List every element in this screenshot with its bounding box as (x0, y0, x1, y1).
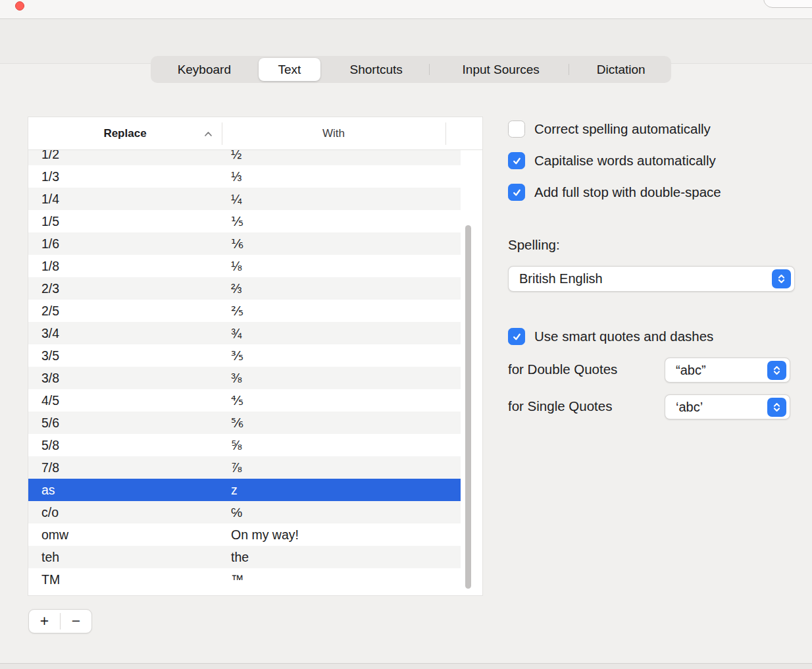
checkbox-full-stop-double-space[interactable]: Add full stop with double-space (508, 184, 721, 201)
replace-cell: teh (41, 546, 59, 568)
replace-cell: 1/6 (41, 232, 59, 255)
replace-cell: TM (41, 568, 60, 591)
replace-cell: 3/8 (41, 367, 59, 389)
window-bottom-edge (0, 663, 812, 669)
replace-cell: omw (41, 523, 68, 546)
with-cell: On my way! (231, 523, 299, 546)
remove-replacement-button[interactable]: − (61, 610, 91, 633)
with-cell: ⅙ (231, 232, 243, 255)
table-row[interactable]: 3/5⅗ (28, 344, 461, 367)
tab-input-sources[interactable]: Input Sources (431, 56, 571, 83)
replace-cell: 3/4 (41, 322, 59, 344)
tab-shortcuts[interactable]: Shortcuts (321, 56, 431, 83)
tab-keyboard[interactable]: Keyboard (151, 56, 258, 83)
checkmark-icon (512, 156, 522, 166)
table-row[interactable]: 5/6⅚ (28, 412, 461, 434)
with-cell: ⅗ (231, 344, 243, 367)
checkbox-smart-quotes[interactable]: Use smart quotes and dashes (508, 328, 713, 345)
table-row[interactable]: 2/3⅔ (28, 277, 461, 300)
table-row[interactable]: 3/8⅜ (28, 367, 461, 389)
table-row[interactable]: 7/8⅞ (28, 456, 461, 479)
checkmark-icon (512, 332, 522, 342)
add-remove-button-group: + − (28, 609, 92, 633)
checkbox-label: Use smart quotes and dashes (534, 329, 713, 344)
with-cell: ℅ (231, 501, 242, 523)
table-header: Replace With (28, 117, 482, 150)
double-quotes-select[interactable]: “abc” (665, 358, 790, 383)
column-header-with[interactable]: With (222, 117, 445, 150)
with-cell: ½ (231, 150, 241, 165)
double-quotes-select-value: “abc” (676, 358, 706, 382)
replace-cell: 7/8 (41, 456, 59, 479)
table-row[interactable]: 1/6⅙ (28, 232, 461, 255)
with-cell: ⅝ (231, 434, 241, 456)
table-row[interactable]: 2/5⅖ (28, 300, 461, 322)
replace-cell: 5/6 (41, 412, 59, 434)
with-cell: ™ (231, 568, 244, 591)
replace-cell: as (41, 479, 55, 501)
checkbox-box (508, 184, 525, 201)
table-row[interactable]: TM™ (28, 568, 461, 591)
single-quotes-label: for Single Quotes (508, 398, 612, 414)
tab-dictation[interactable]: Dictation (571, 56, 671, 83)
checkbox-capitalise-words[interactable]: Capitalise words automatically (508, 152, 716, 169)
column-divider (445, 122, 446, 145)
tab-text[interactable]: Text (259, 58, 321, 81)
keyboard-preferences-window: KeyboardTextShortcutsInput SourcesDictat… (0, 0, 812, 669)
updown-chevron-icon (767, 361, 786, 380)
single-quotes-select-value: ‘abc’ (676, 395, 703, 419)
table-row[interactable]: 1/8⅛ (28, 255, 461, 277)
with-cell: ⅛ (231, 255, 241, 277)
with-cell: ⅚ (231, 412, 243, 434)
text-replacements-table: Replace With 1/2½1/3⅓1/4¼1/5⅕1/6⅙1/8⅛2/3… (28, 117, 482, 595)
spelling-label: Spelling: (508, 237, 560, 253)
column-divider (222, 122, 222, 145)
table-row[interactable]: c/o℅ (28, 501, 461, 523)
table-row[interactable]: asz (28, 479, 461, 501)
replace-cell: 2/5 (41, 300, 59, 322)
tab-bar: KeyboardTextShortcutsInput SourcesDictat… (151, 56, 671, 83)
with-cell: ⅖ (231, 300, 243, 322)
checkbox-label: Correct spelling automatically (534, 121, 711, 137)
table-row[interactable]: 1/4¼ (28, 188, 461, 210)
spelling-select-value: British English (519, 267, 603, 291)
sort-ascending-icon (204, 131, 213, 137)
column-header-with-label: With (322, 127, 345, 140)
table-row[interactable]: omwOn my way! (28, 523, 461, 546)
table-row[interactable]: 3/4¾ (28, 322, 461, 344)
vertical-scrollbar[interactable] (465, 225, 471, 589)
checkbox-box (508, 328, 525, 345)
with-cell: ⅜ (231, 367, 241, 389)
with-cell: ⅕ (231, 210, 243, 232)
replace-cell: 5/8 (41, 434, 59, 456)
with-cell: ⅞ (231, 456, 241, 479)
table-row[interactable]: 1/2½ (28, 150, 461, 165)
close-button[interactable] (15, 1, 24, 11)
spelling-select[interactable]: British English (508, 266, 795, 292)
search-field[interactable] (763, 0, 812, 8)
table-row[interactable]: 1/5⅕ (28, 210, 461, 232)
table-row[interactable]: 1/3⅓ (28, 165, 461, 188)
single-quotes-select[interactable]: ‘abc’ (665, 394, 790, 419)
column-header-replace[interactable]: Replace (28, 117, 222, 150)
titlebar (0, 0, 812, 19)
table-row[interactable]: 5/8⅝ (28, 434, 461, 456)
with-cell: ¼ (231, 188, 241, 210)
table-body: 1/2½1/3⅓1/4¼1/5⅕1/6⅙1/8⅛2/3⅔2/5⅖3/4¾3/5⅗… (28, 150, 482, 595)
replace-cell: 2/3 (41, 277, 59, 300)
replace-cell: 1/3 (41, 165, 59, 188)
replace-cell: 3/5 (41, 344, 59, 367)
updown-chevron-icon (767, 398, 786, 417)
checkbox-correct-spelling[interactable]: Correct spelling automatically (508, 120, 711, 138)
checkmark-icon (512, 188, 522, 198)
with-cell: ⅔ (231, 277, 241, 300)
replace-cell: 1/8 (41, 255, 59, 277)
with-cell: the (231, 546, 249, 568)
add-replacement-button[interactable]: + (29, 610, 60, 633)
table-row[interactable]: tehthe (28, 546, 461, 568)
checkbox-label: Add full stop with double-space (534, 184, 721, 200)
with-cell: ⅓ (231, 165, 241, 188)
table-row[interactable]: 4/5⅘ (28, 389, 461, 412)
replace-cell: 4/5 (41, 389, 59, 412)
with-cell: ⅘ (231, 389, 243, 412)
